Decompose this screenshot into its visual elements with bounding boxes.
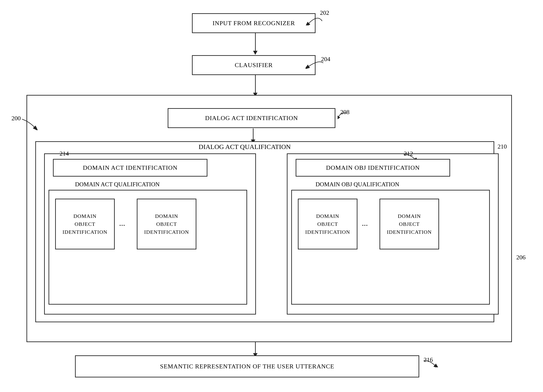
- ref-202-arrow: [305, 12, 327, 25]
- ref-206: 206: [516, 254, 526, 261]
- domain-object-id-right-1-box: DOMAIN OBJECT IDENTIFICATION: [298, 199, 357, 250]
- semantic-representation-label: SEMANTIC REPRESENTATION OF THE USER UTTE…: [160, 363, 334, 370]
- ref-216-arrow: [421, 358, 439, 367]
- domain-object-id-left-2-box: DOMAIN OBJECT IDENTIFICATION: [137, 199, 196, 250]
- ref-200: 200: [11, 115, 21, 122]
- arrow-outer-to-semantic: [253, 342, 257, 357]
- domain-obj-identification-box: DOMAIN OBJ IDENTIFICATION: [296, 159, 450, 176]
- domain-obj-identification-label: DOMAIN OBJ IDENTIFICATION: [326, 164, 420, 171]
- arrow-input-to-clausifier: [253, 33, 257, 55]
- domain-object-id-left-1-label: DOMAIN OBJECT IDENTIFICATION: [62, 212, 107, 236]
- ref-200-arrow: [20, 117, 38, 130]
- dialog-act-identification-box: DIALOG ACT IDENTIFICATION: [168, 108, 335, 128]
- domain-object-id-left-1-box: DOMAIN OBJECT IDENTIFICATION: [55, 199, 115, 250]
- domain-object-id-right-1-label: DOMAIN OBJECT IDENTIFICATION: [305, 212, 350, 236]
- ref-208-arrow: [338, 111, 349, 120]
- domain-object-id-left-2-label: DOMAIN OBJECT IDENTIFICATION: [144, 212, 189, 236]
- dialog-act-identification-label: DIALOG ACT IDENTIFICATION: [205, 114, 298, 122]
- dots-left: ...: [119, 219, 125, 228]
- ref-210: 210: [498, 143, 507, 150]
- clausifier-label: CLAUSIFIER: [235, 62, 273, 69]
- arrow-clausifier-to-outer: [253, 75, 257, 97]
- dots-right: ...: [362, 219, 368, 228]
- ref-214: 214: [60, 150, 69, 157]
- input-from-recognizer-label: INPUT FROM RECOGNIZER: [212, 20, 295, 27]
- semantic-representation-box: SEMANTIC REPRESENTATION OF THE USER UTTE…: [75, 355, 419, 377]
- dialog-act-qualification-label: DIALOG ACT QUALIFICATION: [198, 143, 291, 151]
- diagram: INPUT FROM RECOGNIZER 202 CLAUSIFIER 204: [0, 0, 543, 392]
- domain-act-identification-box: DOMAIN ACT IDENTIFICATION: [53, 159, 207, 176]
- domain-act-qualification-label: DOMAIN ACT QUALIFICATION: [75, 181, 160, 188]
- input-from-recognizer-box: INPUT FROM RECOGNIZER: [192, 13, 316, 33]
- domain-object-id-right-2-box: DOMAIN OBJECT IDENTIFICATION: [379, 199, 439, 250]
- domain-obj-qualification-label: DOMAIN OBJ QUALIFICATION: [316, 181, 399, 188]
- domain-object-id-right-2-label: DOMAIN OBJECT IDENTIFICATION: [387, 212, 432, 236]
- ref-204-arrow: [305, 58, 328, 72]
- clausifier-box: CLAUSIFIER: [192, 55, 316, 75]
- domain-act-identification-label: DOMAIN ACT IDENTIFICATION: [83, 164, 178, 171]
